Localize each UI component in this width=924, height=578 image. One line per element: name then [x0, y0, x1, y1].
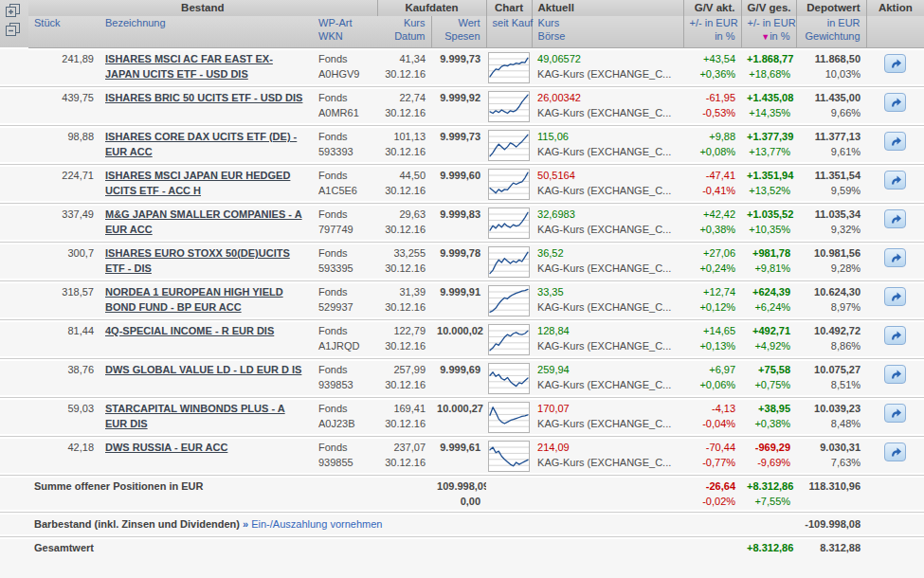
action-button[interactable]: [884, 404, 906, 423]
position-link[interactable]: ISHARES EURO STOXX 50(DE)UCITS ETF - DIS: [105, 247, 290, 274]
position-value: 11.435,009,66%: [796, 86, 866, 125]
buy-value: 9.999,91: [431, 280, 486, 319]
current-price-cell: 214,09KAG-Kurs (EXCHANGE_C...: [532, 436, 683, 475]
header-kurs-boerse[interactable]: KursBörse: [532, 16, 683, 47]
buy-price-date: 22,7430.12.16: [377, 86, 431, 125]
action-button[interactable]: [884, 248, 906, 267]
header-gv-ges-sub[interactable]: +/- in EUR▼in %: [741, 16, 796, 47]
position-link[interactable]: ISHARES MSCI AC FAR EAST EX-JAPAN UCITS …: [105, 53, 273, 80]
action-button[interactable]: [884, 132, 906, 151]
position-row: 241,89 ISHARES MSCI AC FAR EAST EX-JAPAN…: [0, 47, 924, 86]
current-price: 36,52: [537, 247, 564, 259]
quantity: 224,71: [28, 164, 100, 203]
position-value: 11.035,349,32%: [796, 203, 866, 242]
quantity: 241,89: [28, 47, 100, 86]
sparkline-cell: [486, 86, 532, 125]
action-button[interactable]: [884, 54, 906, 73]
type-wkn: Fonds529937: [313, 280, 377, 319]
deposit-withdraw-link[interactable]: Ein-/Auszahlung vornehmen: [251, 518, 382, 530]
gv-today: +43,54+0,36%: [683, 47, 741, 86]
sparkline-chart: [488, 402, 530, 433]
exchange: KAG-Kurs (EXCHANGE_C...: [537, 340, 671, 352]
gv-today: +27,06+0,24%: [683, 242, 741, 280]
exchange: KAG-Kurs (EXCHANGE_C...: [537, 107, 671, 118]
position-value: 10.981,569,28%: [796, 242, 866, 280]
sparkline-chart: [488, 324, 530, 355]
header-kauf-kurs-datum[interactable]: KursDatum: [377, 16, 431, 47]
row-icon-cell: [0, 242, 28, 280]
position-row: 337,49 M&G JAPAN SMALLER COMPANIES - A E…: [0, 203, 924, 242]
buy-price-date: 257,9930.12.16: [377, 358, 431, 397]
header-group-aktuell: Aktuell: [532, 0, 683, 16]
action-button[interactable]: [884, 287, 906, 306]
exchange: KAG-Kurs (EXCHANGE_C...: [537, 457, 671, 468]
buy-price-date: 169,4130.12.16: [377, 397, 431, 436]
sparkline-cell: [486, 242, 532, 280]
buy-price-date: 29,6330.12.16: [377, 203, 431, 242]
position-value: 10.039,238,48%: [796, 397, 866, 436]
gv-today: -61,95-0,53%: [683, 86, 741, 125]
type-wkn: FondsA0J23B: [313, 397, 377, 436]
header-wert-spesen[interactable]: WertSpesen: [431, 16, 486, 47]
action-button[interactable]: [884, 209, 906, 228]
row-icon-cell: [0, 164, 28, 203]
exchange: KAG-Kurs (EXCHANGE_C...: [537, 68, 671, 80]
position-row: 59,03 STARCAPITAL WINBONDS PLUS - A EUR …: [0, 397, 924, 436]
sum-gv-ges: +8.312,86+7,55%: [741, 475, 796, 512]
current-price: 128,84: [537, 325, 570, 336]
total-value: 8.312,88: [796, 536, 866, 578]
position-link[interactable]: ISHARES BRIC 50 UCITS ETF - USD DIS: [105, 92, 302, 103]
quantity: 439,75: [28, 86, 100, 125]
position-link[interactable]: ISHARES CORE DAX UCITS ETF (DE) - EUR AC…: [105, 131, 297, 157]
action-button[interactable]: [884, 326, 906, 345]
buy-price-date: 31,3930.12.16: [377, 280, 431, 319]
header-wpart-wkn[interactable]: WP-ArtWKN: [313, 16, 377, 47]
type-wkn: FondsA0HGV9: [313, 47, 377, 86]
buy-price-date: 44,5030.12.16: [377, 164, 431, 203]
gv-today: +42,42+0,38%: [683, 203, 741, 242]
current-price: 32,6983: [537, 208, 575, 220]
header-group-depotwert: Depotwert: [796, 0, 866, 16]
current-price-cell: 33,35KAG-Kurs (EXCHANGE_C...: [532, 280, 683, 319]
position-row: 38,76 DWS GLOBAL VALUE LD - LD EUR D IS …: [0, 358, 924, 397]
header-group-gv-akt: G/V akt.: [683, 0, 741, 16]
action-button[interactable]: [884, 93, 906, 112]
position-link[interactable]: NORDEA 1 EUROPEAN HIGH YIELD BOND FUND -…: [105, 286, 283, 313]
current-price: 26,00342: [537, 92, 581, 103]
header-bezeichnung[interactable]: Bezeichnung: [100, 16, 313, 47]
forward-arrow-icon: [889, 58, 902, 69]
sparkline-chart: [488, 285, 530, 316]
header-gv-akt-sub[interactable]: +/- in EURin %: [683, 16, 741, 47]
sparkline-cell: [486, 203, 532, 242]
link-arrow-icon: »: [243, 518, 248, 530]
positions-body: 241,89 ISHARES MSCI AC FAR EAST EX-JAPAN…: [0, 47, 924, 475]
type-wkn: Fonds593395: [313, 242, 377, 280]
sparkline-cell: [486, 358, 532, 397]
position-link[interactable]: M&G JAPAN SMALLER COMPANIES - A EUR ACC: [105, 208, 302, 235]
gv-total: +38,95+0,38%: [741, 397, 796, 436]
action-button[interactable]: [884, 365, 906, 384]
quantity: 38,76: [28, 358, 100, 397]
action-button[interactable]: [884, 171, 906, 190]
exchange: KAG-Kurs (EXCHANGE_C...: [537, 301, 671, 313]
position-link[interactable]: DWS RUSSIA - EUR ACC: [105, 442, 227, 453]
cash-label-cell: Barbestand (inkl. Zinsen und Dividenden)…: [28, 512, 683, 536]
position-value: 11.351,549,59%: [796, 164, 866, 203]
gv-total: +1.868,77+18,68%: [741, 47, 796, 86]
buy-value: 9.999,73: [431, 125, 486, 164]
row-icon-cell: [0, 319, 28, 358]
current-price-cell: 50,5164KAG-Kurs (EXCHANGE_C...: [532, 164, 683, 203]
action-button[interactable]: [884, 443, 906, 461]
position-row: 300,7 ISHARES EURO STOXX 50(DE)UCITS ETF…: [0, 242, 924, 280]
current-price-cell: 49,06572KAG-Kurs (EXCHANGE_C...: [532, 47, 683, 86]
collapse-all-button[interactable]: [6, 23, 21, 40]
header-stueck[interactable]: Stück: [28, 16, 100, 47]
sparkline-chart: [488, 441, 530, 472]
position-link[interactable]: 4Q-SPECIAL INCOME - R EUR DIS: [105, 325, 274, 336]
expand-all-button[interactable]: [6, 4, 21, 21]
position-link[interactable]: ISHARES MSCI JAPAN EUR HEDGED UCITS ETF …: [105, 170, 290, 196]
position-link[interactable]: STARCAPITAL WINBONDS PLUS - A EUR DIS: [105, 403, 285, 429]
header-depotwert-sub[interactable]: in EURGewichtung: [796, 16, 866, 47]
expand-all-icon: [6, 4, 21, 18]
position-link[interactable]: DWS GLOBAL VALUE LD - LD EUR D IS: [105, 364, 301, 375]
